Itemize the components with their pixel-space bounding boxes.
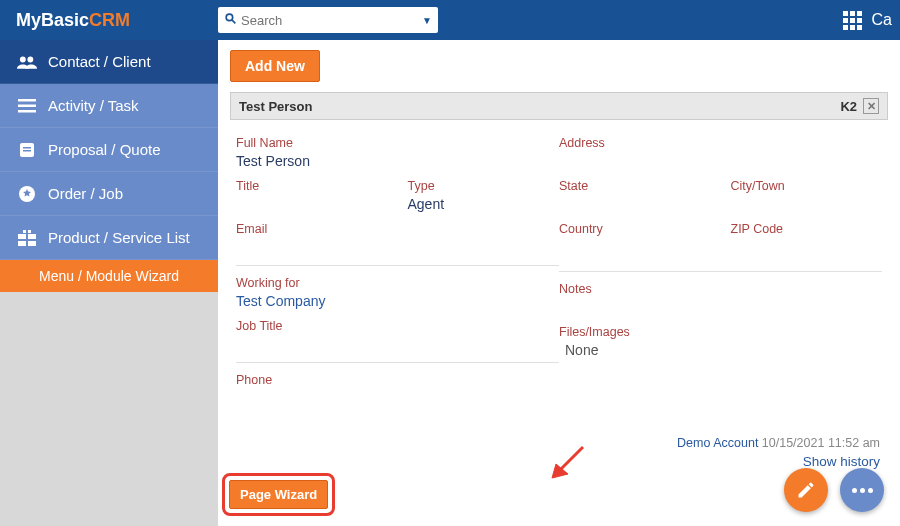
value-notes	[559, 299, 882, 315]
search-input[interactable]	[241, 13, 422, 28]
label-type: Type	[408, 179, 560, 193]
label-notes: Notes	[559, 282, 882, 296]
label-citytown: City/Town	[731, 179, 883, 193]
sidebar-item-label: Contact / Client	[48, 53, 151, 70]
apps-grid-icon[interactable]	[843, 11, 862, 30]
svg-point-0	[226, 14, 233, 21]
label-fullname: Full Name	[236, 136, 559, 150]
label-workingfor: Working for	[236, 276, 559, 290]
sidebar-item-proposal[interactable]: Proposal / Quote	[0, 128, 218, 172]
value-country	[559, 239, 711, 255]
svg-rect-8	[23, 147, 31, 149]
value-type: Agent	[408, 196, 560, 212]
edit-fab[interactable]	[784, 468, 828, 512]
document-icon	[14, 142, 40, 158]
logo: MyBasicCRM	[8, 10, 218, 31]
svg-rect-6	[18, 110, 36, 113]
page-wizard-highlight: Page Wizard	[222, 473, 335, 516]
sidebar-item-label: Order / Job	[48, 185, 123, 202]
list-icon	[14, 99, 40, 113]
svg-rect-5	[18, 104, 36, 107]
label-state: State	[559, 179, 711, 193]
more-icon	[852, 488, 873, 493]
value-phone	[236, 390, 559, 406]
menu-module-wizard-button[interactable]: Menu / Module Wizard	[0, 260, 218, 292]
label-email: Email	[236, 222, 559, 236]
sidebar-item-product[interactable]: Product / Service List	[0, 216, 218, 260]
calendar-link[interactable]: Ca	[872, 11, 892, 29]
gift-icon	[14, 230, 40, 246]
svg-rect-4	[18, 99, 36, 102]
search-box[interactable]: ▼	[218, 7, 438, 33]
value-address	[559, 153, 882, 169]
label-phone: Phone	[236, 373, 559, 387]
record-title: Test Person	[239, 99, 312, 114]
label-files: Files/Images	[559, 325, 882, 339]
meta-account-link[interactable]: Demo Account	[677, 436, 758, 450]
svg-point-2	[20, 56, 26, 62]
value-workingfor[interactable]: Test Company	[236, 293, 559, 309]
value-fullname: Test Person	[236, 153, 559, 169]
value-email	[236, 239, 559, 255]
sidebar: Contact / Client Activity / Task Proposa…	[0, 40, 218, 526]
main-panel: Add New Test Person K2 ✕ Full Name Test …	[218, 40, 900, 526]
svg-line-1	[232, 20, 235, 23]
sidebar-item-label: Product / Service List	[48, 229, 190, 246]
meta-timestamp: 10/15/2021 11:52 am	[762, 436, 880, 450]
close-icon[interactable]: ✕	[863, 98, 879, 114]
sidebar-item-label: Activity / Task	[48, 97, 139, 114]
label-address: Address	[559, 136, 882, 150]
value-files: None	[559, 342, 882, 358]
record-code: K2	[840, 99, 857, 114]
value-jobtitle	[236, 336, 559, 352]
svg-point-3	[27, 56, 33, 62]
svg-rect-16	[28, 230, 31, 233]
arrow-annotation	[548, 442, 588, 486]
sidebar-item-label: Proposal / Quote	[48, 141, 161, 158]
sidebar-item-order[interactable]: Order / Job	[0, 172, 218, 216]
svg-rect-13	[18, 241, 26, 246]
svg-rect-11	[18, 234, 26, 239]
value-state	[559, 196, 711, 212]
svg-rect-15	[23, 230, 26, 233]
topbar: MyBasicCRM ▼ Ca	[0, 0, 900, 40]
add-new-button[interactable]: Add New	[230, 50, 320, 82]
svg-rect-9	[23, 150, 31, 152]
svg-rect-12	[28, 234, 36, 239]
people-icon	[14, 54, 40, 70]
pencil-icon	[796, 480, 816, 500]
sidebar-item-contact[interactable]: Contact / Client	[0, 40, 218, 84]
value-title	[236, 196, 388, 212]
value-zip	[731, 239, 883, 255]
page-wizard-button[interactable]: Page Wizard	[229, 480, 328, 509]
record-header: Test Person K2 ✕	[230, 92, 888, 120]
search-icon	[224, 11, 237, 29]
label-zip: ZIP Code	[731, 222, 883, 236]
label-title: Title	[236, 179, 388, 193]
svg-rect-14	[28, 241, 36, 246]
label-country: Country	[559, 222, 711, 236]
more-fab[interactable]	[840, 468, 884, 512]
sidebar-item-activity[interactable]: Activity / Task	[0, 84, 218, 128]
caret-down-icon[interactable]: ▼	[422, 15, 432, 26]
label-jobtitle: Job Title	[236, 319, 559, 333]
value-citytown	[731, 196, 883, 212]
star-circle-icon	[14, 185, 40, 203]
